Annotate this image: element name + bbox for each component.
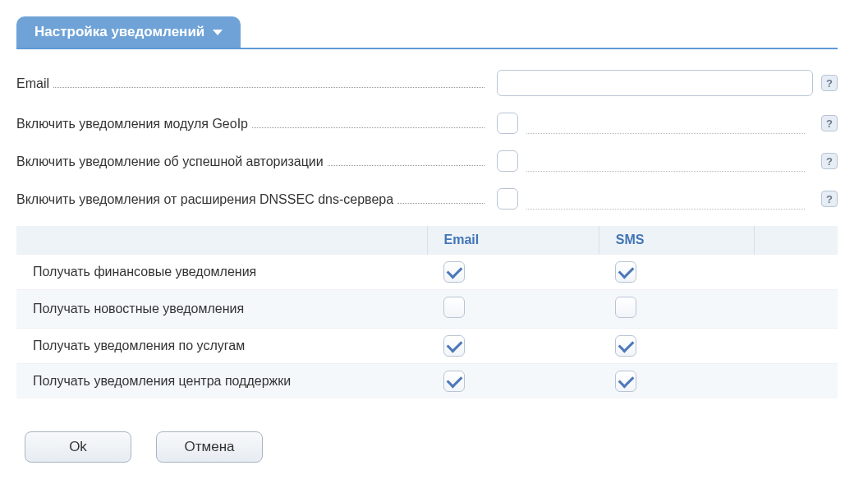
email-input[interactable] xyxy=(497,70,813,96)
checkbox-sms[interactable] xyxy=(615,297,636,318)
label-dnssec: Включить уведомления от расширения DNSSE… xyxy=(16,192,393,207)
table-row: Получать уведомления по услугам xyxy=(16,329,838,364)
help-icon[interactable]: ? xyxy=(821,75,838,91)
dots xyxy=(526,124,805,134)
settings-panel: Настройка уведомлений Email ? Включить у… xyxy=(16,16,838,463)
label-zone: Email xyxy=(16,75,485,91)
label-zone: Включить уведомление об успешной авториз… xyxy=(16,153,485,169)
toggle-auth[interactable] xyxy=(497,150,518,172)
row-dnssec: Включить уведомления от расширения DNSSE… xyxy=(16,188,838,210)
tab-bar: Настройка уведомлений xyxy=(16,16,838,49)
input-zone: ? xyxy=(485,188,838,210)
dots xyxy=(53,75,485,88)
cell-spacer xyxy=(755,364,838,399)
th-spacer xyxy=(755,226,838,255)
input-zone: ? xyxy=(485,70,838,96)
row-label: Получать уведомления центра поддержки xyxy=(16,364,427,399)
tab-label: Настройка уведомлений xyxy=(34,24,204,40)
label-auth: Включить уведомление об успешной авториз… xyxy=(16,154,324,169)
table-body: Получать финансовые уведомленияПолучать … xyxy=(16,255,838,399)
checkbox-email[interactable] xyxy=(443,297,465,318)
checkbox-sms[interactable] xyxy=(615,371,636,392)
table-row: Получать уведомления центра поддержки xyxy=(16,364,838,399)
label-geoip: Включить уведомления модуля GeoIp xyxy=(16,117,248,131)
cell-sms xyxy=(599,255,754,290)
table-row: Получать финансовые уведомления xyxy=(16,255,838,290)
row-label: Получать финансовые уведомления xyxy=(16,255,427,290)
cell-sms xyxy=(599,329,754,364)
dots xyxy=(397,191,485,204)
cell-email xyxy=(427,329,599,364)
ok-button[interactable]: Ok xyxy=(25,431,131,463)
input-zone: ? xyxy=(485,150,838,172)
cell-sms xyxy=(599,364,754,399)
cancel-button[interactable]: Отмена xyxy=(156,431,263,463)
label-zone: Включить уведомления модуля GeoIp xyxy=(16,115,485,131)
input-zone: ? xyxy=(485,113,838,134)
checkbox-sms[interactable] xyxy=(615,335,636,357)
checkbox-email[interactable] xyxy=(443,335,465,357)
dots xyxy=(526,162,805,172)
checkbox-email[interactable] xyxy=(443,371,465,392)
row-geoip: Включить уведомления модуля GeoIp ? xyxy=(16,113,838,134)
help-icon[interactable]: ? xyxy=(821,191,838,207)
cell-spacer xyxy=(755,255,838,290)
help-icon[interactable]: ? xyxy=(821,115,838,131)
label-email: Email xyxy=(16,76,49,91)
row-auth: Включить уведомление об успешной авториз… xyxy=(16,150,838,172)
row-label: Получать уведомления по услугам xyxy=(16,329,427,364)
cell-email xyxy=(427,290,599,329)
th-sms[interactable]: SMS xyxy=(599,226,754,255)
help-icon[interactable]: ? xyxy=(821,153,838,169)
th-email[interactable]: Email xyxy=(427,226,599,255)
dots xyxy=(328,153,485,166)
row-email: Email ? xyxy=(16,70,838,96)
cell-spacer xyxy=(755,329,838,364)
label-zone: Включить уведомления от расширения DNSSE… xyxy=(16,191,485,207)
tab-notifications[interactable]: Настройка уведомлений xyxy=(16,16,241,48)
row-label: Получать новостные уведомления xyxy=(16,290,427,329)
cell-email xyxy=(427,255,599,290)
checkbox-email[interactable] xyxy=(443,261,465,283)
toggle-geoip[interactable] xyxy=(497,113,518,134)
toggle-dnssec[interactable] xyxy=(497,188,518,210)
cell-spacer xyxy=(755,290,838,329)
notifications-table: Email SMS Получать финансовые уведомлени… xyxy=(16,226,838,399)
button-bar: Ok Отмена xyxy=(16,431,838,463)
checkbox-sms[interactable] xyxy=(615,261,636,283)
cell-sms xyxy=(599,290,754,329)
dots xyxy=(252,115,485,128)
table-row: Получать новостные уведомления xyxy=(16,290,838,329)
chevron-down-icon xyxy=(213,30,223,35)
cell-email xyxy=(427,364,599,399)
th-name xyxy=(16,226,427,255)
dots xyxy=(526,200,805,210)
